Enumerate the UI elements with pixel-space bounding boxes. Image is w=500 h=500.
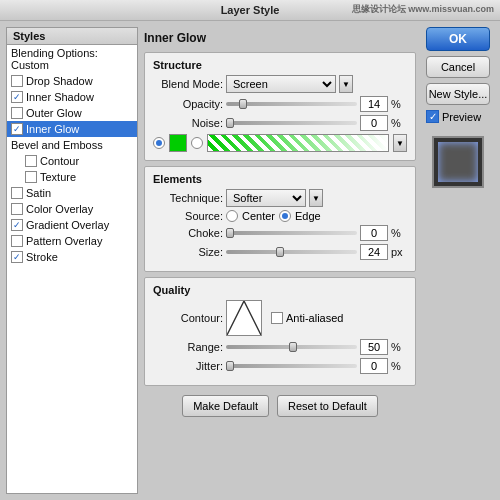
range-thumb[interactable] (289, 342, 297, 352)
color-radio-solid[interactable] (153, 137, 165, 149)
contour-thumbnail[interactable] (226, 300, 262, 336)
contour-row: Contour: Anti-aliased (153, 300, 407, 336)
range-unit: % (391, 341, 407, 353)
size-unit: px (391, 246, 407, 258)
contour-label: Contour (40, 155, 79, 167)
color-row: ▼ (153, 134, 407, 152)
color-radio-gradient[interactable] (191, 137, 203, 149)
range-input[interactable] (360, 339, 388, 355)
bottom-buttons: Make Default Reset to Default (144, 395, 416, 417)
jitter-input[interactable] (360, 358, 388, 374)
size-row: Size: px (153, 244, 407, 260)
size-slider[interactable] (226, 250, 357, 254)
title-bar: Layer Style 思缘设计论坛 www.missvuan.com (0, 0, 500, 21)
anti-aliased-checkbox[interactable] (271, 312, 283, 324)
pattern-overlay-checkbox[interactable] (11, 235, 23, 247)
noise-thumb[interactable] (226, 118, 234, 128)
outer-glow-checkbox[interactable] (11, 107, 23, 119)
sidebar-item-drop-shadow[interactable]: Drop Shadow (7, 73, 137, 89)
noise-unit: % (391, 117, 407, 129)
sidebar-item-satin[interactable]: Satin (7, 185, 137, 201)
sidebar-item-blending-options[interactable]: Blending Options: Custom (7, 45, 137, 73)
jitter-slider[interactable] (226, 364, 357, 368)
choke-label: Choke: (153, 227, 223, 239)
left-panel: Styles Blending Options: Custom Drop Sha… (6, 27, 138, 494)
source-center-radio[interactable] (226, 210, 238, 222)
choke-slider[interactable] (226, 231, 357, 235)
source-edge-radio[interactable] (279, 210, 291, 222)
noise-input[interactable] (360, 115, 388, 131)
gradient-bar[interactable] (207, 134, 389, 152)
inner-glow-label: Inner Glow (26, 123, 79, 135)
stroke-label: Stroke (26, 251, 58, 263)
main-area: Styles Blending Options: Custom Drop Sha… (0, 21, 500, 500)
contour-checkbox[interactable] (25, 155, 37, 167)
opacity-thumb[interactable] (239, 99, 247, 109)
blend-mode-select[interactable]: Screen (226, 75, 336, 93)
choke-input[interactable] (360, 225, 388, 241)
range-slider[interactable] (226, 345, 357, 349)
noise-slider[interactable] (226, 121, 357, 125)
elements-title: Elements (153, 173, 407, 185)
source-row: Source: Center Edge (153, 210, 407, 222)
new-style-button[interactable]: New Style... (426, 83, 490, 105)
drop-shadow-label: Drop Shadow (26, 75, 93, 87)
quality-title: Quality (153, 284, 407, 296)
sidebar-item-contour[interactable]: Contour (7, 153, 137, 169)
inner-glow-title: Inner Glow (144, 27, 416, 47)
blend-mode-row: Blend Mode: Screen ▼ (153, 75, 407, 93)
structure-title: Structure (153, 59, 407, 71)
preview-checkbox[interactable] (426, 110, 439, 123)
color-overlay-checkbox[interactable] (11, 203, 23, 215)
window-title: Layer Style (221, 4, 280, 16)
sidebar-item-bevel-emboss[interactable]: Bevel and Emboss (7, 137, 137, 153)
blend-mode-label: Blend Mode: (153, 78, 223, 90)
choke-thumb[interactable] (226, 228, 234, 238)
color-swatch[interactable] (169, 134, 187, 152)
stroke-checkbox[interactable] (11, 251, 23, 263)
satin-checkbox[interactable] (11, 187, 23, 199)
jitter-thumb[interactable] (226, 361, 234, 371)
anti-aliased-label: Anti-aliased (286, 312, 343, 324)
blending-options-label: Blending Options: Custom (11, 47, 131, 71)
sidebar-item-pattern-overlay[interactable]: Pattern Overlay (7, 233, 137, 249)
make-default-button[interactable]: Make Default (182, 395, 269, 417)
preview-label: Preview (442, 111, 481, 123)
technique-select[interactable]: Softer (226, 189, 306, 207)
drop-shadow-checkbox[interactable] (11, 75, 23, 87)
reset-to-default-button[interactable]: Reset to Default (277, 395, 378, 417)
sidebar-item-gradient-overlay[interactable]: Gradient Overlay (7, 217, 137, 233)
jitter-row: Jitter: % (153, 358, 407, 374)
right-panel: OK Cancel New Style... Preview (422, 27, 494, 494)
jitter-unit: % (391, 360, 407, 372)
preview-row: Preview (426, 110, 490, 123)
gradient-overlay-checkbox[interactable] (11, 219, 23, 231)
opacity-input[interactable] (360, 96, 388, 112)
ok-button[interactable]: OK (426, 27, 490, 51)
sidebar-item-texture[interactable]: Texture (7, 169, 137, 185)
range-row: Range: % (153, 339, 407, 355)
cancel-button[interactable]: Cancel (426, 56, 490, 78)
choke-unit: % (391, 227, 407, 239)
opacity-label: Opacity: (153, 98, 223, 110)
quality-section: Quality Contour: Anti-aliased Range: (144, 277, 416, 386)
texture-checkbox[interactable] (25, 171, 37, 183)
size-thumb[interactable] (276, 247, 284, 257)
source-edge-label: Edge (295, 210, 321, 222)
center-panel: Inner Glow Structure Blend Mode: Screen … (144, 27, 416, 494)
sidebar-item-inner-glow[interactable]: Inner Glow (7, 121, 137, 137)
inner-shadow-checkbox[interactable] (11, 91, 23, 103)
sidebar-item-inner-shadow[interactable]: Inner Shadow (7, 89, 137, 105)
size-input[interactable] (360, 244, 388, 260)
technique-arrow[interactable]: ▼ (309, 189, 323, 207)
source-center-label: Center (242, 210, 275, 222)
sidebar-item-stroke[interactable]: Stroke (7, 249, 137, 265)
inner-shadow-label: Inner Shadow (26, 91, 94, 103)
texture-label: Texture (40, 171, 76, 183)
gradient-arrow[interactable]: ▼ (393, 134, 407, 152)
sidebar-item-outer-glow[interactable]: Outer Glow (7, 105, 137, 121)
opacity-slider[interactable] (226, 102, 357, 106)
inner-glow-checkbox[interactable] (11, 123, 23, 135)
blend-mode-arrow[interactable]: ▼ (339, 75, 353, 93)
sidebar-item-color-overlay[interactable]: Color Overlay (7, 201, 137, 217)
